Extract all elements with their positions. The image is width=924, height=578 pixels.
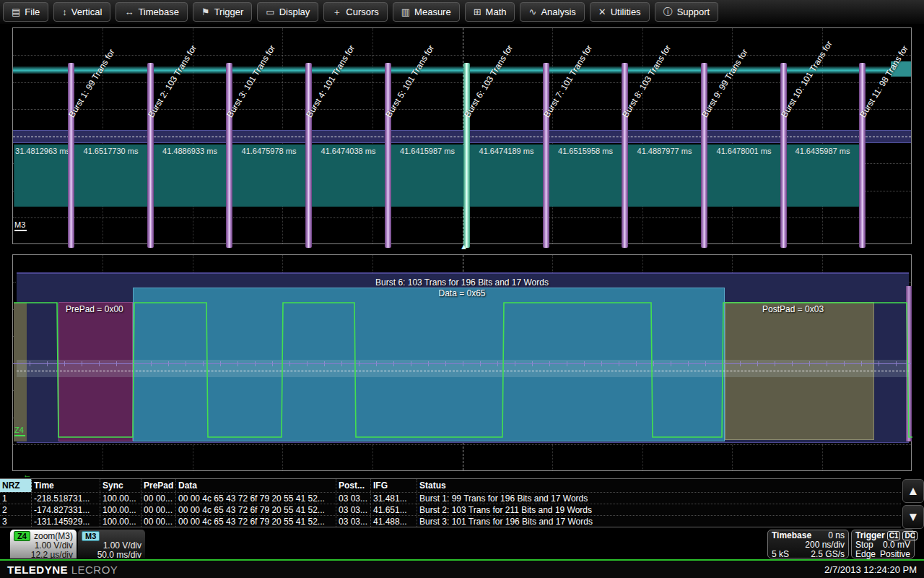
cell-status: Burst 3: 101 Trans for 196 Bits and 17 W… [417,516,901,527]
trigger-flag-icon: ⚑ [201,7,210,17]
table-scrollbar: ▲ ▼ [902,479,924,530]
menu-support[interactable]: ⓘSupport [655,2,719,22]
menu-cursors[interactable]: ＋Cursors [323,2,388,22]
menu-math[interactable]: ⊞Math [465,2,515,22]
interval-cell: 41.6478001 ms [704,144,783,207]
cell-idx: 1 [0,493,32,504]
cell-post: 03 03... [336,516,371,527]
burst-interval-band: 31.4812963 ms 41.6517730 ms 41.4886933 m… [14,144,861,207]
timebase-info-box[interactable]: Timebase0 ns 200 ns/div 5 kS2.5 GS/s [767,530,849,558]
descriptor-bar: Z4 zoom(M3) 1.00 V/div 12.2 µs/div M3 1.… [0,530,924,558]
prepad-label: PrePad = 0x00 [66,304,123,314]
cell-prepad: 00 00... [141,493,176,504]
burst-title: Burst 6: 103 Trans for 196 Bits and 17 W… [13,277,911,288]
z4-descriptor-tile[interactable]: Z4 zoom(M3) 1.00 V/div 12.2 µs/div [10,530,77,558]
table-header-row: NRZ Time Sync PrePad Data Post... IFG St… [0,479,901,492]
cell-time: -174.827331... [32,504,100,515]
display-icon: ▭ [266,7,274,17]
z4-trace-label: Z4 [14,426,25,436]
header-sync: Sync [100,479,141,492]
burst-annotation-10: Burst 10: 101 Trans for [779,39,834,119]
interval-cell: 41.6474038 ms [308,144,388,207]
oscilloscope-screen: ▤File ↕Vertical ↔Timebase ⚑Trigger ▭Disp… [0,0,924,578]
menu-measure[interactable]: ▥Measure [393,2,460,22]
menu-display[interactable]: ▭Display [257,2,318,22]
math-icon: ⊞ [474,7,481,17]
menu-timebase[interactable]: ↔Timebase [116,2,188,22]
menu-measure-label: Measure [414,7,451,17]
menu-utilities-label: Utilities [611,7,641,17]
menu-bar: ▤File ↕Vertical ↔Timebase ⚑Trigger ▭Disp… [0,0,924,25]
scroll-up-button[interactable]: ▲ [902,479,924,503]
trigger-slope: Positive [880,550,910,559]
header-status: Status [417,479,901,492]
m3-descriptor-tile[interactable]: M3 1.00 V/div 50.0 ms/div [78,530,145,558]
utilities-icon: ✕ [598,7,606,17]
menu-utilities[interactable]: ✕Utilities [590,2,650,22]
burst-marker-4 [305,63,312,248]
footer-bar: TELEDYNE LECROY 2/7/2013 12:24:20 PM [0,561,924,578]
brand-teledyne: TELEDYNE [7,564,68,576]
interval-cell: 41.6515958 ms [546,144,624,207]
menu-trigger[interactable]: ⚑Trigger [193,2,252,22]
data-value-label: Data = 0x65 [13,288,911,298]
interval-cell: 41.6474189 ms [466,144,546,207]
cell-ifg: 41.488... [371,516,417,527]
postpad-label: PostPad = 0x03 [762,304,824,314]
cell-sync: 100.00... [100,504,141,515]
menu-trigger-label: Trigger [214,7,244,17]
cell-time: -218.518731... [32,493,100,504]
menu-analysis[interactable]: ∿Analysis [520,2,584,22]
menu-display-label: Display [279,7,310,17]
cell-ifg: 41.651... [371,504,417,515]
z4-title: zoom(M3) [34,531,73,541]
interval-cell: 41.6415987 ms [388,144,466,207]
burst-marker-8 [622,63,628,248]
header-post: Post... [336,479,371,492]
support-icon: ⓘ [663,6,673,19]
cell-idx: 2 [0,504,32,515]
z4-badge: Z4 [14,531,30,541]
cell-idx: 3 [0,516,32,527]
burst-marker-5 [385,63,391,248]
m3-trace-label: M3 [14,220,27,231]
table-row[interactable]: 1 -218.518731... 100.00... 00 00... 00 0… [0,492,901,504]
header-ifg: IFG [371,479,417,492]
header-time: Time [32,479,100,492]
cursors-icon: ＋ [332,6,341,19]
cell-sync: 100.00... [100,516,141,527]
scroll-down-button[interactable]: ▼ [902,505,924,529]
trigger-info-box[interactable]: Trigger C1DC Stop0.0 mV EdgePositive [851,530,915,558]
burst-marker-6-selected [463,63,470,248]
cell-time: -131.145929... [32,516,100,527]
interval-cell: 41.4886933 ms [150,144,229,207]
table-row[interactable]: 3 -131.145929... 100.00... 00 00... 00 0… [0,515,901,527]
burst-marker-9 [701,63,707,248]
interval-cell: 41.6517730 ms [71,144,150,207]
menu-timebase-label: Timebase [138,7,179,17]
menu-file[interactable]: ▤File [3,2,48,22]
cell-ifg: 31.481... [371,493,417,504]
menu-math-label: Math [486,7,507,17]
cell-post: 03 03... [336,504,371,515]
nrz-waveform [13,255,912,472]
trigger-position-marker[interactable]: ▲ [460,243,468,251]
cell-data: 00 00 4c 65 43 72 6f 79 20 55 41 52... [176,516,336,527]
datetime-display: 2/7/2013 12:24:20 PM [824,564,917,575]
top-waveform-grid: 31.4812963 ms 41.6517730 ms 41.4886933 m… [12,27,912,244]
interval-cell: 41.6435987 ms [783,144,861,207]
burst-marker-3 [226,63,232,248]
interval-cell: 41.6475978 ms [229,144,308,207]
timebase-rate: 2.5 GS/s [811,550,845,559]
burst-marker-10 [780,63,787,248]
menu-vertical[interactable]: ↕Vertical [53,2,110,22]
scroll-up-icon: ▲ [907,484,920,499]
burst-marker-11 [859,63,866,248]
trigger-type: Edge [855,550,876,559]
scroll-down-icon: ▼ [907,510,920,525]
analysis-icon: ∿ [528,7,536,17]
burst-marker-2 [147,63,154,248]
interval-cell: 41.4887977 ms [624,144,704,207]
table-row[interactable]: 2 -174.827331... 100.00... 00 00... 00 0… [0,504,901,515]
vertical-icon: ↕ [62,7,67,17]
